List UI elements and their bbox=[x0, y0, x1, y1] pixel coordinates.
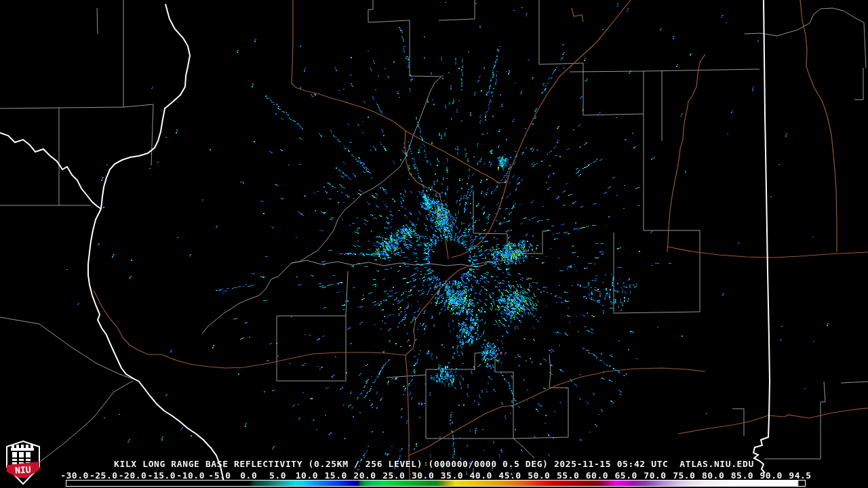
reflectivity-echo-layer bbox=[0, 0, 868, 488]
reflectivity-colorbar bbox=[66, 480, 806, 487]
scale-tick-label: 94.5 bbox=[778, 470, 822, 481]
product-caption: KILX LONG RANGE BASE REFLECTIVITY (0.25K… bbox=[0, 459, 868, 469]
radar-display: NIU KILX LONG RANGE BASE REFLECTIVITY (0… bbox=[0, 0, 868, 488]
